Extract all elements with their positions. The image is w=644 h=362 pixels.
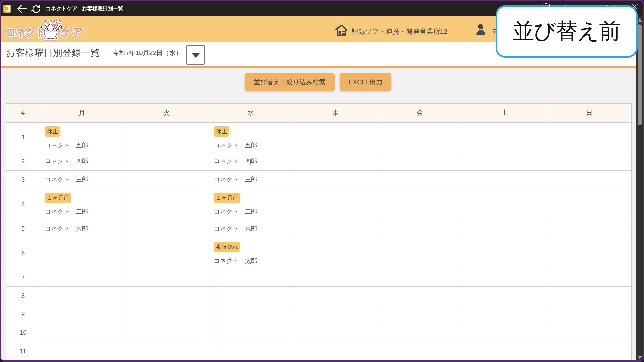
svg-text:ケア: ケア bbox=[60, 26, 84, 38]
svg-text:ケア: ケア bbox=[3, 7, 8, 10]
